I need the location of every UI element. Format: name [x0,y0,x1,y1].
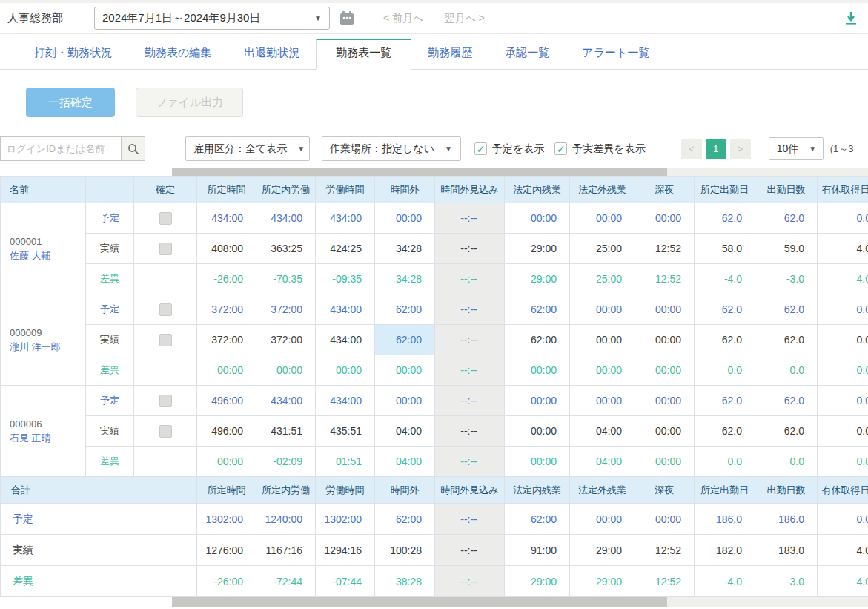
value-cell: 372:00 [197,294,256,325]
chevron-down-icon: ▼ [445,145,452,153]
value-cell: --:-- [435,294,505,325]
value-cell: --:-- [435,234,505,264]
value-cell: 62.0 [755,203,818,234]
row-type-label: 予定 [86,386,134,416]
value-cell: 29:00 [505,264,570,294]
search-input[interactable] [0,136,121,161]
totals-row-type-label: 差異 [1,566,197,597]
totals-label: 合計 [1,477,197,504]
confirm-checkbox[interactable] [159,243,172,255]
table-bottom-scrollbar[interactable] [172,597,868,607]
prev-month-link[interactable]: < 前月へ [383,12,423,25]
value-cell: 62.0 [695,294,755,325]
show-planned-checkbox[interactable]: ✓ 予定を表示 [474,142,544,156]
value-cell: 424:25 [316,234,375,264]
confirm-checkbox[interactable] [159,334,172,346]
employment-type-value: 雇用区分：全て表示 [193,142,287,156]
value-cell: 12:52 [635,264,695,294]
totals-header-row: 合計所定時間所定内労働労働時間時間外時間外見込み法定内残業法定外残業深夜所定出勤… [1,477,868,504]
value-cell: 00:00 [570,386,635,416]
totals-value-cell: -07:44 [316,566,375,597]
value-cell: --:-- [435,355,505,386]
employee-000006-diff-row: 差異00:00-02:0901:5104:00--:--00:0004:0000… [1,447,868,477]
value-cell: -3.0 [755,264,818,294]
action-buttons: 一括確定 ファイル出力 [26,88,868,117]
employee-name-cell: 000001佐藤 大輔 [1,203,86,294]
confirm-checkbox[interactable] [159,395,172,407]
column-header: 深夜 [635,177,695,203]
tab-2[interactable]: 勤務表の編集 [128,39,228,69]
value-cell: --:-- [435,325,505,355]
employee-name-link[interactable]: 瀧川 洋一郎 [10,340,85,355]
tab-7[interactable]: アラート一覧 [566,39,666,69]
per-page-select[interactable]: 10件 ▼ [769,137,824,160]
confirm-checkbox[interactable] [159,425,172,438]
calendar-button[interactable] [337,9,357,28]
tab-1[interactable]: 打刻・勤務状況 [18,39,128,69]
row-type-label: 差異 [86,264,134,294]
totals-plan-row: 予定1302:001240:001302:0062:00--:--62:0000… [1,504,868,535]
employee-name-link[interactable]: 石見 正晴 [10,431,85,446]
pagination-page-1-button[interactable]: 1 [706,139,726,159]
download-button[interactable] [844,11,858,26]
employee-000001-diff-row: 差異-26:00-70:35-09:3534:28--:--29:0025:00… [1,264,868,294]
bulk-confirm-button[interactable]: 一括確定 [26,88,115,117]
confirm-checkbox[interactable] [159,212,172,225]
totals-value-cell: 00:00 [570,504,635,535]
confirm-checkbox[interactable] [159,303,172,316]
tab-5[interactable]: 勤務履歴 [411,39,488,69]
tab-4-active[interactable]: 勤務表一覧 [316,39,411,70]
totals-value-cell: 4.0 [818,566,868,597]
table-top-scrollbar[interactable] [172,168,868,176]
value-cell: 00:00 [570,294,635,325]
totals-value-cell: 1294:16 [316,535,375,566]
search-button[interactable] [121,136,145,161]
pagination-next-button[interactable]: > [730,139,751,159]
value-cell: 00:00 [635,447,695,477]
value-cell: 00:00 [635,416,695,447]
value-cell: 4.0 [818,264,868,294]
totals-value-cell: 186.0 [755,504,818,535]
show-diff-checkbox[interactable]: ✓ 予実差異を表示 [554,142,645,156]
value-cell: 04:00 [375,416,435,447]
next-month-link[interactable]: 翌月へ > [444,12,484,25]
table-header: 名前確定所定時間所定内労働労働時間時間外時間外見込み法定内残業法定外残業深夜所定… [1,177,868,203]
employee-000001-actual-row: 実績408:00363:25424:2534:28--:--29:0025:00… [1,234,868,264]
scrollbar-thumb[interactable] [172,168,667,176]
scrollbar-thumb[interactable] [172,597,667,607]
value-cell: 00:00 [635,203,695,234]
totals-value-cell: -26:00 [197,566,256,597]
date-range-value: 2024年7月1日～2024年9月30日 [102,11,260,25]
column-header: 法定外残業 [570,177,635,203]
tab-6[interactable]: 承認一覧 [488,39,566,69]
file-export-button[interactable]: ファイル出力 [136,88,243,117]
checkmark-icon: ✓ [474,142,487,155]
value-cell: 00:00 [197,447,256,477]
totals-value-cell: 182.0 [695,535,755,566]
value-cell: 00:00 [505,447,570,477]
value-cell: 12:52 [635,234,695,264]
value-cell: 0.0 [695,447,755,477]
value-cell: 00:00 [375,386,435,416]
date-range-select[interactable]: 2024年7月1日～2024年9月30日 ▼ [94,7,330,30]
value-cell: 00:00 [570,355,635,386]
value-cell: 434:00 [256,203,316,234]
employee-id: 000009 [10,326,85,340]
column-header: 所定内労働 [256,177,316,203]
value-cell: 00:00 [375,203,435,234]
workplace-select[interactable]: 作業場所：指定しない ▼ [322,136,461,161]
value-cell: --:-- [435,386,505,416]
pagination-prev-button[interactable]: < [681,139,702,159]
value-cell: 01:51 [316,447,375,477]
totals-column-header: 労働時間 [316,477,375,504]
tab-3[interactable]: 出退勤状況 [228,39,316,69]
value-cell: 62.0 [695,325,755,355]
row-type-label: 実績 [86,325,134,355]
employment-type-select[interactable]: 雇用区分：全て表示 ▼ [185,136,310,161]
totals-value-cell: 12:52 [635,566,695,597]
totals-value-cell: 1167:16 [256,535,316,566]
value-cell: 34:28 [375,234,435,264]
employee-name-link[interactable]: 佐藤 大輔 [10,248,85,263]
value-cell: 435:51 [316,416,375,447]
value-cell: 62.0 [695,203,755,234]
